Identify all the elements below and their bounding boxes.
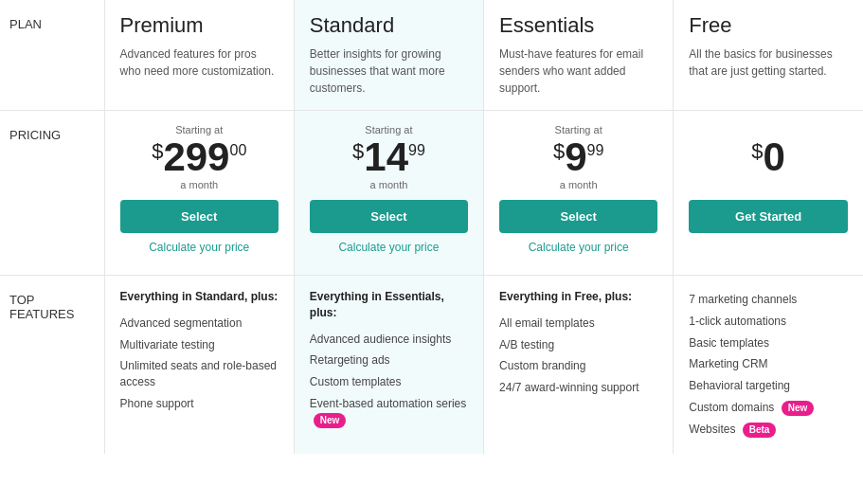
- features-label: TOP FEATURES: [0, 276, 104, 454]
- list-item: Marketing CRM: [689, 353, 848, 375]
- features-row: TOP FEATURES Everything in Standard, plu…: [0, 276, 863, 454]
- essentials-calc-link[interactable]: Calculate your price: [499, 241, 657, 254]
- standard-plan-desc: Better insights for growing businesses t…: [310, 45, 468, 97]
- list-item: 1-click automations: [689, 311, 848, 333]
- free-features: 7 marketing channels 1-click automations…: [674, 276, 863, 454]
- standard-features-list: Advanced audience insights Retargeting a…: [310, 329, 468, 431]
- list-item: Retargeting ads: [310, 350, 468, 371]
- standard-select-button[interactable]: Select: [310, 200, 468, 233]
- list-item: Unlimited seats and role-based access: [120, 355, 279, 393]
- essentials-features: Everything in Free, plus: All email temp…: [484, 276, 674, 454]
- list-item: A/B testing: [499, 334, 657, 356]
- essentials-features-list: All email templates A/B testing Custom b…: [499, 313, 657, 399]
- list-item: All email templates: [499, 313, 657, 334]
- list-item: Advanced audience insights: [310, 329, 468, 351]
- free-amount: $ 0: [689, 137, 848, 177]
- list-item: Custom branding: [499, 355, 657, 377]
- essentials-features-intro: Everything in Free, plus:: [499, 289, 657, 305]
- standard-price-main: 14: [364, 137, 408, 177]
- list-item: Basic templates: [689, 333, 848, 354]
- list-item: Event-based automation series New: [310, 393, 468, 431]
- essentials-price-main: 9: [565, 137, 586, 177]
- premium-features-intro: Everything in Standard, plus:: [120, 289, 279, 305]
- premium-amount: $ 299 00: [120, 137, 279, 177]
- beta-badge: Beta: [743, 423, 777, 438]
- premium-dollar: $: [152, 141, 163, 162]
- list-item: 24/7 award-winning support: [499, 377, 657, 399]
- standard-features-intro: Everything in Essentials, plus:: [310, 289, 468, 321]
- pricing-section-label: PRICING: [9, 128, 61, 142]
- premium-price-main: 299: [163, 137, 229, 177]
- free-plan-name: Free: [689, 13, 848, 38]
- pricing-table: PLAN Premium Advanced features for pros …: [0, 0, 863, 454]
- list-item: Custom domains New: [689, 397, 848, 419]
- list-item: Behavioral targeting: [689, 375, 848, 397]
- list-item: Phone support: [120, 393, 279, 415]
- essentials-pricing: Starting at $ 9 99 a month Select Calcul…: [484, 111, 674, 276]
- standard-plan-name: Standard: [310, 13, 468, 38]
- plan-row: PLAN Premium Advanced features for pros …: [0, 0, 863, 111]
- standard-amount: $ 14 99: [310, 137, 468, 177]
- standard-plan-header: Standard Better insights for growing bus…: [294, 0, 483, 111]
- free-price-zero: 0: [764, 137, 785, 177]
- list-item: Websites Beta: [689, 419, 848, 441]
- essentials-price-cents: 99: [587, 143, 604, 158]
- premium-period: a month: [120, 179, 279, 190]
- essentials-dollar: $: [553, 141, 565, 162]
- free-plan-desc: All the basics for businesses that are j…: [689, 45, 848, 80]
- pricing-row: PRICING Starting at $ 299 00 a month Sel…: [0, 111, 863, 276]
- features-section-label: TOP FEATURES: [9, 293, 74, 321]
- essentials-plan-name: Essentials: [499, 13, 657, 38]
- list-item: Custom templates: [310, 371, 468, 393]
- list-item: Multivariate testing: [120, 334, 279, 356]
- standard-dollar: $: [352, 141, 364, 162]
- list-item: Advanced segmentation: [120, 313, 279, 334]
- new-badge: New: [782, 401, 815, 416]
- essentials-select-button[interactable]: Select: [499, 200, 657, 233]
- standard-period: a month: [310, 179, 468, 190]
- essentials-amount: $ 9 99: [499, 137, 657, 177]
- standard-pricing: Starting at $ 14 99 a month Select Calcu…: [294, 111, 483, 276]
- premium-plan-header: Premium Advanced features for pros who n…: [104, 0, 294, 111]
- free-plan-header: Free All the basics for businesses that …: [674, 0, 863, 111]
- premium-plan-name: Premium: [120, 13, 279, 38]
- plan-section-label: PLAN: [9, 17, 42, 31]
- premium-select-button[interactable]: Select: [120, 200, 279, 233]
- pricing-label: PRICING: [0, 111, 104, 276]
- list-item: 7 marketing channels: [689, 289, 848, 311]
- standard-price-cents: 99: [408, 143, 425, 158]
- standard-calc-link[interactable]: Calculate your price: [310, 241, 468, 254]
- free-features-list: 7 marketing channels 1-click automations…: [689, 289, 848, 441]
- free-dollar: $: [751, 141, 763, 162]
- standard-features: Everything in Essentials, plus: Advanced…: [294, 276, 483, 454]
- premium-features: Everything in Standard, plus: Advanced s…: [104, 276, 294, 454]
- essentials-period: a month: [499, 179, 657, 190]
- free-get-started-button[interactable]: Get Started: [689, 200, 848, 233]
- premium-plan-desc: Advanced features for pros who need more…: [120, 45, 279, 80]
- premium-features-list: Advanced segmentation Multivariate testi…: [120, 313, 279, 415]
- essentials-plan-desc: Must-have features for email senders who…: [499, 45, 657, 97]
- premium-price-cents: 00: [229, 143, 246, 158]
- premium-calc-link[interactable]: Calculate your price: [120, 241, 279, 254]
- new-badge: New: [314, 413, 347, 428]
- free-pricing: x $ 0 x Get Started: [674, 111, 863, 276]
- plan-label: PLAN: [0, 0, 104, 111]
- essentials-plan-header: Essentials Must-have features for email …: [484, 0, 674, 111]
- premium-pricing: Starting at $ 299 00 a month Select Calc…: [104, 111, 294, 276]
